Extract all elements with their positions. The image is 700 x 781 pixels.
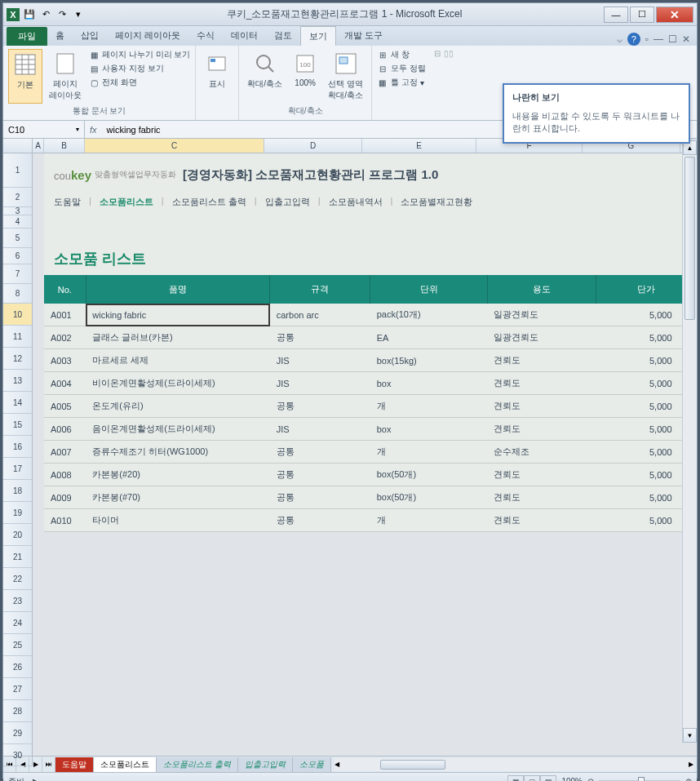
ribbon-tab[interactable]: 홈 <box>47 26 73 46</box>
table-cell[interactable]: 견뢰도 <box>487 395 596 418</box>
maximize-button[interactable]: ☐ <box>630 7 654 23</box>
table-cell[interactable]: 견뢰도 <box>487 418 596 441</box>
row-header[interactable]: 13 <box>3 370 33 392</box>
scroll-left-button[interactable]: ◀ <box>334 761 339 768</box>
table-row[interactable]: A008카본봉(#20)공통box(50개)견뢰도5,000 <box>44 464 697 486</box>
doc-nav-item[interactable]: 소모품내역서 <box>329 196 383 208</box>
table-cell[interactable]: 타이머 <box>86 509 270 532</box>
sheet-tab[interactable]: 입출고입력 <box>238 757 293 772</box>
row-header[interactable]: 26 <box>3 656 33 678</box>
table-cell[interactable]: 순수제조 <box>487 441 596 464</box>
table-cell[interactable]: box(50개) <box>370 464 488 486</box>
zoom-in-button[interactable]: ⊕ <box>685 777 692 781</box>
table-cell[interactable]: box <box>370 372 488 395</box>
page-layout-button[interactable]: 페이지 레이아웃 <box>46 49 85 104</box>
table-cell[interactable]: 견뢰도 <box>487 349 596 372</box>
table-cell[interactable]: 비이온계면활성제(드라이세제) <box>86 372 270 395</box>
table-cell[interactable]: JIS <box>270 372 370 395</box>
row-header[interactable]: 10 <box>3 304 33 326</box>
zoom-button[interactable]: 확대/축소 <box>244 49 286 104</box>
table-cell[interactable]: A010 <box>44 509 86 532</box>
help-icon[interactable]: ? <box>627 33 640 46</box>
qat-dropdown-icon[interactable]: ▾ <box>72 8 85 21</box>
row-header[interactable]: 5 <box>3 229 33 248</box>
doc-nav-item[interactable]: 소모품리스트 <box>100 196 153 208</box>
custom-views-button[interactable]: ▤사용자 지정 보기 <box>88 63 190 74</box>
table-cell[interactable]: A009 <box>44 486 86 509</box>
macro-record-icon[interactable]: ▶ <box>33 777 39 781</box>
column-header[interactable]: B <box>44 139 85 153</box>
zoom-100-button[interactable]: 100 100% <box>289 49 321 104</box>
ribbon-tab[interactable]: 데이터 <box>223 26 266 46</box>
ribbon-tab[interactable]: 페이지 레이아웃 <box>107 26 188 46</box>
row-header[interactable]: 14 <box>3 392 33 414</box>
column-header[interactable]: C <box>85 139 264 153</box>
table-cell[interactable]: carbon arc <box>270 304 370 326</box>
table-cell[interactable]: 공통 <box>270 464 370 486</box>
table-cell[interactable]: A005 <box>44 395 86 418</box>
ribbon-tab[interactable]: 보기 <box>300 26 336 46</box>
scroll-down-button[interactable]: ▼ <box>683 728 697 743</box>
column-header[interactable]: D <box>264 139 362 153</box>
table-cell[interactable]: A007 <box>44 441 86 464</box>
name-box[interactable]: C10▾ <box>3 121 85 138</box>
table-cell[interactable]: 카본봉(#70) <box>86 486 270 509</box>
row-header[interactable]: 21 <box>3 546 33 568</box>
minimize-ribbon-icon[interactable]: ⌵ <box>617 33 622 45</box>
row-header[interactable]: 8 <box>3 284 33 304</box>
table-row[interactable]: A009카본봉(#70)공통box(50개)견뢰도5,000 <box>44 486 697 509</box>
page-break-btn[interactable]: ▤ <box>540 775 556 782</box>
page-break-preview-button[interactable]: ▦페이지 나누기 미리 보기 <box>88 49 190 60</box>
zoom-slider-thumb[interactable] <box>638 777 645 782</box>
new-window-button[interactable]: ⊞새 창 <box>377 49 426 60</box>
table-cell[interactable]: JIS <box>270 349 370 372</box>
row-header[interactable]: 7 <box>3 264 33 284</box>
table-cell[interactable]: 마르세르 세제 <box>86 349 270 372</box>
column-header[interactable]: E <box>362 139 476 153</box>
full-screen-button[interactable]: ▢전체 화면 <box>88 77 190 88</box>
row-header[interactable]: 19 <box>3 502 33 524</box>
freeze-panes-button[interactable]: ▦틀 고정 ▾ <box>377 77 426 88</box>
table-cell[interactable]: 견뢰도 <box>487 509 596 532</box>
row-header[interactable]: 16 <box>3 436 33 458</box>
row-header[interactable]: 29 <box>3 722 33 744</box>
table-cell[interactable]: 개 <box>370 395 488 418</box>
table-cell[interactable]: 증류수제조기 히터(WG1000) <box>86 441 270 464</box>
table-cell[interactable]: 일광견뢰도 <box>487 326 596 349</box>
column-header[interactable]: A <box>33 139 44 153</box>
hscroll-thumb[interactable] <box>380 760 445 770</box>
table-cell[interactable]: JIS <box>270 418 370 441</box>
row-header[interactable]: 11 <box>3 326 33 348</box>
table-row[interactable]: A010타이머공통개견뢰도5,000 <box>44 509 697 532</box>
table-cell[interactable]: EA <box>370 326 488 349</box>
row-header[interactable]: 6 <box>3 248 33 264</box>
ribbon-tab[interactable]: 삽입 <box>73 26 107 46</box>
ribbon-tab[interactable]: 검토 <box>266 26 300 46</box>
table-cell[interactable]: 견뢰도 <box>487 464 596 486</box>
ribbon-tab[interactable]: 수식 <box>188 26 223 46</box>
ribbon-options-icon[interactable]: ▫ <box>645 33 649 45</box>
mdi-restore-icon[interactable]: ☐ <box>668 33 677 45</box>
table-row[interactable]: A005온도계(유리)공통개견뢰도5,000 <box>44 395 697 418</box>
fx-icon[interactable]: fx <box>85 125 102 135</box>
minimize-button[interactable]: — <box>604 7 628 23</box>
row-header[interactable]: 15 <box>3 414 33 436</box>
row-header[interactable]: 17 <box>3 458 33 480</box>
row-header[interactable]: 3 <box>3 207 33 215</box>
table-cell[interactable]: box <box>370 418 488 441</box>
table-cell[interactable]: A001 <box>44 304 86 326</box>
normal-view-button[interactable]: 기본 <box>8 49 42 104</box>
doc-nav-item[interactable]: 도움말 <box>54 196 81 208</box>
table-cell[interactable]: 온도계(유리) <box>86 395 270 418</box>
table-cell[interactable]: A002 <box>44 326 86 349</box>
row-header[interactable]: 4 <box>3 215 33 229</box>
table-cell[interactable]: A006 <box>44 418 86 441</box>
table-cell[interactable]: 공통 <box>270 509 370 532</box>
zoom-out-button[interactable]: ⊖ <box>587 777 594 781</box>
row-header[interactable]: 22 <box>3 568 33 590</box>
dropdown-icon[interactable]: ▾ <box>76 126 79 133</box>
doc-nav-item[interactable]: 소모품리스트 출력 <box>172 196 246 208</box>
row-header[interactable]: 25 <box>3 634 33 656</box>
table-row[interactable]: A002글래스 글러브(카본)공통EA일광견뢰도5,000 <box>44 326 697 349</box>
ribbon-tab[interactable]: 개발 도구 <box>336 26 391 46</box>
